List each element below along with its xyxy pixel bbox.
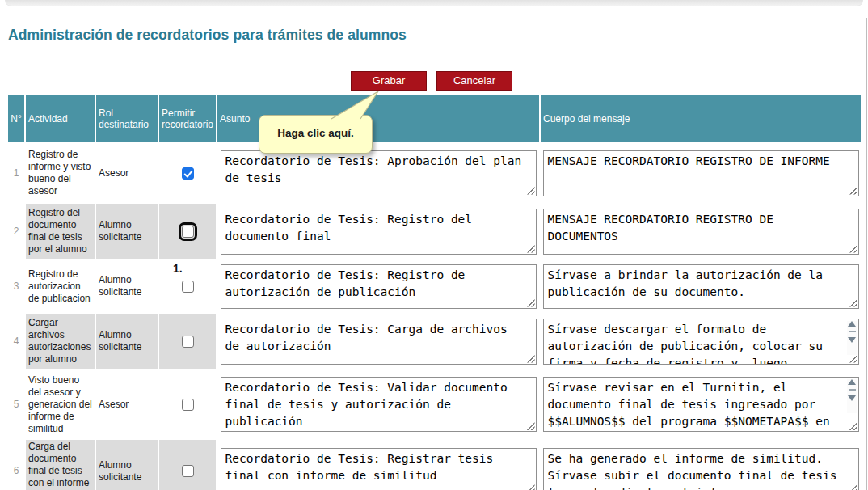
annotation-marker: 1.	[173, 263, 183, 275]
tooltip-text: Haga clic aquí.	[259, 127, 372, 139]
cell-cuerpo: MENSAJE RECORDATORIO REGISTRO DE DOCUMEN…	[541, 204, 861, 259]
header-permitir-recordatorio: Permitir recordatorio	[159, 95, 216, 142]
permitir-checkbox[interactable]	[182, 167, 194, 180]
cell-rol: Alumno solicitante	[96, 314, 158, 369]
cell-asunto: Recordatorio de Tesis: Carga de archivos…	[217, 314, 539, 369]
row-number: 1	[8, 144, 24, 202]
cuerpo-textarea[interactable]: Sírvase descargar el formato de autoriza…	[543, 319, 859, 365]
reminders-table: N° Actividad Rol destinatario Permitir r…	[6, 94, 862, 490]
permitir-checkbox[interactable]	[182, 281, 194, 293]
cuerpo-textarea[interactable]: MENSAJE RECORDATORIO REGISTRO DE DOCUMEN…	[543, 209, 859, 255]
cell-permitir	[159, 204, 216, 259]
cell-permitir	[159, 440, 216, 490]
cell-permitir: 1.	[159, 260, 216, 312]
page-title: Administración de recordatorios para trá…	[8, 27, 407, 44]
header-rol-destinatario: Rol destinatario	[96, 95, 158, 142]
asunto-textarea[interactable]: Recordatorio de Tesis: Registrar tesis f…	[221, 448, 537, 490]
cell-actividad: Cargar archivos autorizaciones por alumn…	[26, 314, 95, 369]
cell-cuerpo: Se ha generado el informe de similitud. …	[541, 440, 861, 490]
cell-cuerpo: Sírvase revisar en el Turnitin, el docum…	[541, 370, 861, 438]
cell-rol: Asesor	[96, 370, 158, 438]
scroll-up-icon[interactable]	[848, 321, 856, 327]
row-number: 5	[8, 370, 24, 438]
scroll-down-icon[interactable]	[848, 337, 856, 343]
header-num: N°	[8, 95, 24, 142]
cell-cuerpo: MENSAJE RECORDATORIO REGISTRO DE INFORME	[541, 144, 861, 202]
tooltip-callout: Haga clic aquí.	[259, 115, 373, 154]
cell-permitir	[159, 144, 216, 202]
row-number: 4	[8, 314, 24, 369]
row-number: 6	[8, 440, 24, 490]
row-number: 3	[8, 260, 24, 312]
permitir-checkbox[interactable]	[182, 465, 194, 477]
cell-actividad: Registro de informe y visto bueno del as…	[26, 144, 95, 202]
asunto-textarea[interactable]: Recordatorio de Tesis: Validar documento…	[221, 377, 537, 432]
cell-rol: Alumno solicitante	[96, 440, 158, 490]
asunto-textarea[interactable]: Recordatorio de Tesis: Carga de archivos…	[221, 319, 537, 365]
scroll-down-icon[interactable]	[848, 395, 856, 401]
right-edge-border	[866, 18, 867, 490]
cuerpo-textarea[interactable]: Sírvase revisar en el Turnitin, el docum…	[543, 377, 859, 432]
cell-asunto: Recordatorio de Tesis: Validar documento…	[217, 370, 539, 438]
cell-rol: Alumno solicitante	[96, 260, 158, 312]
table-row: 6 Carga del documento final de tesis con…	[8, 440, 861, 490]
permitir-checkbox[interactable]	[182, 399, 194, 411]
admin-reminders-page: Administración de recordatorios para trá…	[0, 0, 868, 490]
cell-rol: Asesor	[96, 144, 158, 202]
cell-actividad: Registro de autorizacion de publicacion	[26, 260, 95, 312]
scroll-thumb[interactable]	[849, 389, 856, 391]
cell-cuerpo: Sírvase a brindar la autorización de la …	[541, 260, 861, 312]
scroll-up-icon[interactable]	[848, 379, 856, 385]
scroll-thumb[interactable]	[849, 331, 856, 332]
table-header-row: N° Actividad Rol destinatario Permitir r…	[8, 95, 861, 142]
header-cuerpo-mensaje: Cuerpo del mensaje	[541, 95, 861, 142]
cell-permitir	[159, 370, 216, 438]
textarea-scrollbar[interactable]	[847, 321, 857, 355]
permitir-checkbox-focused[interactable]	[182, 226, 194, 238]
row-number: 2	[8, 204, 24, 259]
cell-permitir	[159, 314, 216, 369]
cancel-button[interactable]: Cancelar	[436, 71, 512, 91]
asunto-textarea[interactable]: Recordatorio de Tesis: Registro de autor…	[221, 264, 537, 309]
table-row: 5 Visto bueno del asesor y generacion de…	[8, 370, 861, 438]
table-row: 3 Registro de autorizacion de publicacio…	[8, 260, 861, 312]
table-row: 2 Registro del documento final de tesis …	[8, 204, 861, 259]
cuerpo-textarea[interactable]: MENSAJE RECORDATORIO REGISTRO DE INFORME	[543, 150, 859, 196]
textarea-scrollbar[interactable]	[847, 379, 857, 413]
cuerpo-textarea[interactable]: Sírvase a brindar la autorización de la …	[543, 264, 859, 309]
save-button[interactable]: Grabar	[351, 71, 427, 91]
cell-asunto: Recordatorio de Tesis: Registrar tesis f…	[217, 440, 539, 490]
header-actividad: Actividad	[26, 95, 95, 142]
cell-actividad: Visto bueno del asesor y generacion del …	[26, 370, 95, 438]
cell-actividad: Carga del documento final de tesis con e…	[26, 440, 95, 490]
cell-asunto: Recordatorio de Tesis: Registro de autor…	[217, 260, 539, 312]
table-row: 4 Cargar archivos autorizaciones por alu…	[8, 314, 861, 369]
table-row: 1 Registro de informe y visto bueno del …	[8, 144, 861, 202]
cell-cuerpo: Sírvase descargar el formato de autoriza…	[541, 314, 861, 369]
cell-actividad: Registro del documento final de tesis po…	[26, 204, 95, 259]
cuerpo-textarea[interactable]: Se ha generado el informe de similitud. …	[543, 448, 859, 490]
collapsed-panel-strip	[5, 0, 863, 6]
asunto-textarea[interactable]: Recordatorio de Tesis: Aprobación del pl…	[221, 150, 537, 196]
cell-rol: Alumno solicitante	[96, 204, 158, 259]
asunto-textarea[interactable]: Recordatorio de Tesis: Registro del docu…	[221, 209, 537, 255]
cell-asunto: Recordatorio de Tesis: Registro del docu…	[217, 204, 539, 259]
permitir-checkbox[interactable]	[182, 336, 194, 348]
